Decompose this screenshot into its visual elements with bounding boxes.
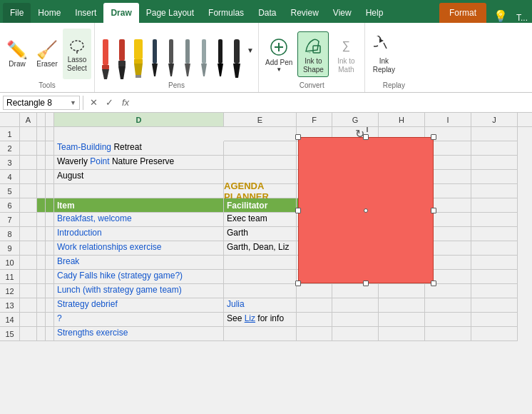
tab-view[interactable]: View xyxy=(326,3,359,23)
lasso-button[interactable]: LassoSelect xyxy=(63,29,91,79)
pen-1[interactable] xyxy=(98,34,113,79)
cell-e14[interactable]: See Liz for info xyxy=(224,313,297,327)
cell-c2[interactable] xyxy=(46,141,54,156)
share-button[interactable]: T... xyxy=(512,13,532,23)
cell-d8[interactable]: Introduction xyxy=(54,227,224,241)
row-header-3[interactable]: 3 xyxy=(0,156,20,170)
confirm-button[interactable]: ✓ xyxy=(102,96,116,110)
cell-e8[interactable]: Garth xyxy=(224,227,297,241)
col-header-j[interactable]: J xyxy=(471,113,518,126)
cell-e2[interactable] xyxy=(224,141,297,156)
cell-e6[interactable]: Facilitator xyxy=(224,198,297,213)
cell-c5[interactable] xyxy=(46,184,54,198)
cell-e7[interactable]: Exec team xyxy=(224,213,297,227)
row-header-10[interactable]: 10 xyxy=(0,256,20,270)
cell-d10[interactable]: Break xyxy=(54,256,224,270)
pen-3[interactable] xyxy=(131,34,146,79)
fx-button[interactable]: fx xyxy=(118,97,133,108)
cell-d12[interactable]: Lunch (with strategy game team) xyxy=(54,284,224,298)
formula-input[interactable] xyxy=(135,96,529,109)
row-header-1[interactable]: 1 xyxy=(0,127,20,141)
cell-c4[interactable] xyxy=(46,170,54,184)
rotate-handle[interactable] xyxy=(362,127,373,137)
col-header-a[interactable]: A xyxy=(20,113,37,126)
row-header-15[interactable]: 15 xyxy=(0,327,20,341)
cell-d14[interactable]: ? xyxy=(54,313,224,327)
cell-e9[interactable]: Garth, Dean, Liz xyxy=(224,241,297,256)
cell-d3[interactable]: Waverly Point Nature Preserve xyxy=(54,156,224,170)
pen-7[interactable] xyxy=(196,34,212,79)
tab-review[interactable]: Review xyxy=(283,3,325,23)
pen-4[interactable] xyxy=(147,34,163,79)
name-box[interactable]: Rectangle 8 ▼ xyxy=(3,96,80,110)
tab-format[interactable]: Format xyxy=(439,3,486,23)
cell-e1[interactable] xyxy=(224,127,297,141)
row-header-4[interactable]: 4 xyxy=(0,170,20,184)
cell-d2[interactable]: Team-Building Retreat xyxy=(54,141,224,156)
col-header-i[interactable]: I xyxy=(425,113,471,126)
cell-j4[interactable] xyxy=(471,170,518,184)
tab-data[interactable]: Data xyxy=(251,3,283,23)
cell-a3[interactable] xyxy=(20,156,37,170)
eraser-button[interactable]: 🧹 Eraser xyxy=(33,29,61,79)
col-header-f[interactable]: F xyxy=(297,113,332,126)
tab-home[interactable]: Home xyxy=(31,3,68,23)
cell-j6[interactable] xyxy=(471,198,518,213)
cell-a2[interactable] xyxy=(20,141,37,156)
tab-insert[interactable]: Insert xyxy=(68,3,103,23)
col-header-g[interactable]: G xyxy=(332,113,379,126)
cell-d4[interactable]: August xyxy=(54,170,224,184)
cancel-button[interactable]: ✕ xyxy=(86,96,101,110)
cell-b4[interactable] xyxy=(37,170,46,184)
selection-handle-bc[interactable] xyxy=(363,281,369,286)
tab-help[interactable]: Help xyxy=(359,3,391,23)
selection-handle-tl[interactable] xyxy=(295,134,301,140)
cell-d15[interactable]: Strengths exercise xyxy=(54,327,224,341)
cell-d13[interactable]: Strategy debrief xyxy=(54,298,224,313)
cell-a4[interactable] xyxy=(20,170,37,184)
cell-e13[interactable]: Julia xyxy=(224,298,297,313)
row-header-12[interactable]: 12 xyxy=(0,284,20,298)
cell-e5[interactable]: AGENDA PLANNER xyxy=(224,184,297,198)
row-header-8[interactable]: 8 xyxy=(0,227,20,241)
ink-to-shape-button[interactable]: → Ink toShape xyxy=(297,31,329,77)
cell-a5[interactable] xyxy=(20,184,37,198)
cell-c3[interactable] xyxy=(46,156,54,170)
pen-2[interactable] xyxy=(114,34,130,79)
tab-page-layout[interactable]: Page Layout xyxy=(139,3,201,23)
cell-b2[interactable] xyxy=(37,141,46,156)
cell-a1[interactable] xyxy=(20,127,37,141)
cell-e11[interactable] xyxy=(224,270,297,284)
pen-5[interactable] xyxy=(163,34,179,79)
col-header-h[interactable]: H xyxy=(379,113,425,126)
cell-b3[interactable] xyxy=(37,156,46,170)
col-header-d[interactable]: D xyxy=(54,113,224,126)
selection-handle-bl[interactable] xyxy=(295,281,301,286)
cell-j1[interactable] xyxy=(471,127,518,141)
selection-handle-br[interactable] xyxy=(431,281,436,286)
row-header-5[interactable]: 5 xyxy=(0,184,20,198)
row-header-7[interactable]: 7 xyxy=(0,213,20,227)
selection-handle-ml[interactable] xyxy=(295,208,301,213)
pen-9[interactable] xyxy=(229,34,245,79)
row-header-6[interactable]: 6 xyxy=(0,198,20,213)
cell-d9[interactable]: Work relationships exercise xyxy=(54,241,224,256)
row-header-14[interactable]: 14 xyxy=(0,313,20,327)
cell-b1[interactable] xyxy=(37,127,46,141)
row-header-2[interactable]: 2 xyxy=(0,141,20,156)
add-pen-button[interactable]: Add Pen ▼ xyxy=(262,34,296,75)
cell-a6[interactable] xyxy=(20,198,37,213)
cell-e15[interactable] xyxy=(224,327,297,341)
cell-d11[interactable]: Cady Falls hike (strategy game?) xyxy=(54,270,224,284)
col-header-e[interactable]: E xyxy=(224,113,297,126)
pen-6[interactable] xyxy=(180,34,195,79)
row-header-9[interactable]: 9 xyxy=(0,241,20,256)
cell-e12[interactable] xyxy=(224,284,297,298)
col-header-c[interactable] xyxy=(46,113,54,126)
row-header-13[interactable]: 13 xyxy=(0,298,20,313)
draw-button[interactable]: ✏️ Draw xyxy=(3,29,31,79)
col-header-b[interactable] xyxy=(37,113,46,126)
cell-c1[interactable] xyxy=(46,127,54,141)
cell-d6[interactable]: Item xyxy=(54,198,224,213)
cell-b5[interactable] xyxy=(37,184,46,198)
